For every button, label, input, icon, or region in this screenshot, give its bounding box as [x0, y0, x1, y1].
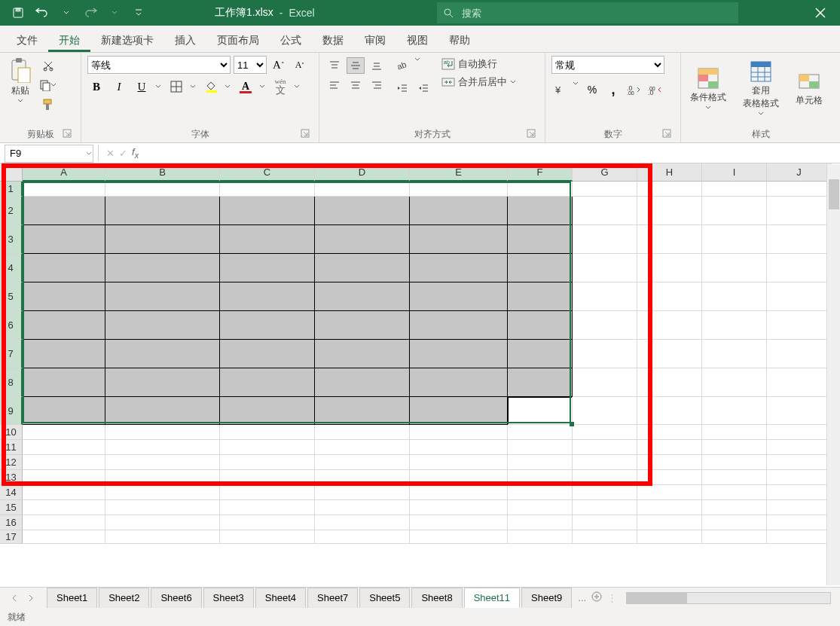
cell-G10[interactable]	[573, 425, 637, 440]
cell-B4[interactable]	[105, 254, 220, 282]
vertical-scrollbar[interactable]	[826, 164, 840, 585]
tab-文件[interactable]: 文件	[6, 28, 48, 52]
cell-A4[interactable]	[23, 254, 105, 282]
cell-C4[interactable]	[220, 254, 315, 282]
cell-C9[interactable]	[220, 397, 315, 425]
cell-F14[interactable]	[508, 485, 573, 500]
decrease-font-button[interactable]: A˅	[291, 56, 309, 73]
increase-decimal-button[interactable]: .0.00	[625, 81, 643, 98]
sheet-tab-Sheet11[interactable]: Sheet11	[464, 588, 520, 608]
borders-dropdown[interactable]	[190, 84, 197, 89]
cell-J12[interactable]	[767, 455, 832, 470]
cell-I4[interactable]	[702, 254, 767, 282]
sheet-tab-Sheet9[interactable]: Sheet9	[521, 588, 572, 608]
sheet-tab-Sheet6[interactable]: Sheet6	[151, 588, 201, 608]
cell-C5[interactable]	[220, 282, 315, 311]
italic-button[interactable]: I	[110, 78, 128, 95]
row-header-17[interactable]: 17	[0, 530, 23, 544]
format-painter-button[interactable]	[39, 96, 57, 113]
cell-J3[interactable]	[767, 225, 832, 254]
cell-C1[interactable]	[220, 182, 315, 197]
cell-J4[interactable]	[767, 254, 832, 282]
percent-button[interactable]: %	[583, 81, 601, 98]
cell-C8[interactable]	[220, 368, 315, 397]
cell-B6[interactable]	[105, 311, 220, 340]
align-top-button[interactable]	[325, 57, 344, 74]
cell-G17[interactable]	[573, 530, 637, 544]
row-header-8[interactable]: 8	[0, 368, 23, 397]
cell-E13[interactable]	[410, 470, 508, 485]
cell-G15[interactable]	[573, 500, 637, 515]
new-sheet-button[interactable]	[591, 591, 603, 605]
cell-D4[interactable]	[315, 254, 410, 282]
cell-I2[interactable]	[702, 197, 767, 225]
underline-button[interactable]: U	[133, 78, 151, 95]
cell-A3[interactable]	[23, 225, 105, 254]
cell-J2[interactable]	[767, 197, 832, 225]
cell-D15[interactable]	[315, 500, 410, 515]
cell-G16[interactable]	[573, 515, 637, 530]
bold-button[interactable]: B	[87, 78, 105, 95]
fill-color-button[interactable]	[202, 78, 220, 95]
underline-dropdown[interactable]	[155, 84, 163, 89]
format-as-table-button[interactable]: 套用 表格格式	[740, 59, 782, 118]
formula-cancel-button[interactable]: ✕	[106, 148, 115, 159]
cell-D11[interactable]	[315, 440, 410, 455]
cell-G5[interactable]	[573, 282, 637, 311]
cell-I14[interactable]	[702, 485, 767, 500]
cell-E14[interactable]	[410, 485, 508, 500]
cell-J7[interactable]	[767, 340, 832, 368]
font-size-select[interactable]: 11	[234, 56, 267, 74]
cell-D9[interactable]	[315, 397, 410, 425]
cell-B17[interactable]	[105, 530, 220, 544]
cell-I10[interactable]	[702, 425, 767, 440]
column-header-G[interactable]: G	[573, 163, 637, 182]
cell-A13[interactable]	[23, 470, 105, 485]
row-header-3[interactable]: 3	[0, 225, 23, 254]
borders-button[interactable]	[167, 78, 185, 95]
align-center-button[interactable]	[347, 77, 365, 93]
cell-A8[interactable]	[23, 368, 105, 397]
redo-button[interactable]	[80, 3, 101, 23]
increase-indent-button[interactable]	[414, 80, 432, 96]
cell-C7[interactable]	[220, 340, 315, 368]
cell-F10[interactable]	[508, 425, 573, 440]
cell-H5[interactable]	[637, 282, 702, 311]
fill-color-dropdown[interactable]	[225, 84, 232, 89]
cell-D10[interactable]	[315, 425, 410, 440]
cell-F17[interactable]	[508, 530, 573, 544]
cell-D7[interactable]	[315, 340, 410, 368]
cell-F7[interactable]	[508, 340, 573, 368]
save-button[interactable]	[8, 3, 29, 23]
sheet-tab-Sheet7[interactable]: Sheet7	[307, 588, 358, 608]
copy-button[interactable]	[39, 77, 57, 93]
sheet-tab-Sheet8[interactable]: Sheet8	[411, 588, 462, 608]
cell-H16[interactable]	[637, 515, 702, 530]
cell-B11[interactable]	[105, 440, 220, 455]
cell-F3[interactable]	[508, 225, 573, 254]
cell-H14[interactable]	[637, 485, 702, 500]
cell-D17[interactable]	[315, 530, 410, 544]
column-header-F[interactable]: F	[508, 163, 573, 182]
search-box[interactable]	[437, 2, 738, 23]
column-header-B[interactable]: B	[105, 163, 220, 182]
cell-B14[interactable]	[105, 485, 220, 500]
row-header-14[interactable]: 14	[0, 485, 23, 500]
row-header-6[interactable]: 6	[0, 311, 23, 340]
row-header-4[interactable]: 4	[0, 254, 23, 282]
tab-视图[interactable]: 视图	[396, 28, 438, 52]
cell-E7[interactable]	[410, 340, 508, 368]
cell-H8[interactable]	[637, 368, 702, 397]
cell-F13[interactable]	[508, 470, 573, 485]
cell-G4[interactable]	[573, 254, 637, 282]
cell-D14[interactable]	[315, 485, 410, 500]
font-color-button[interactable]: A	[237, 78, 255, 95]
cell-F8[interactable]	[508, 368, 573, 397]
cell-F6[interactable]	[508, 311, 573, 340]
row-header-16[interactable]: 16	[0, 515, 23, 530]
cell-E9[interactable]	[410, 397, 508, 425]
sheet-tab-Sheet2[interactable]: Sheet2	[99, 588, 149, 608]
cell-H4[interactable]	[637, 254, 702, 282]
cell-J11[interactable]	[767, 440, 832, 455]
name-box[interactable]: F9	[5, 145, 93, 163]
